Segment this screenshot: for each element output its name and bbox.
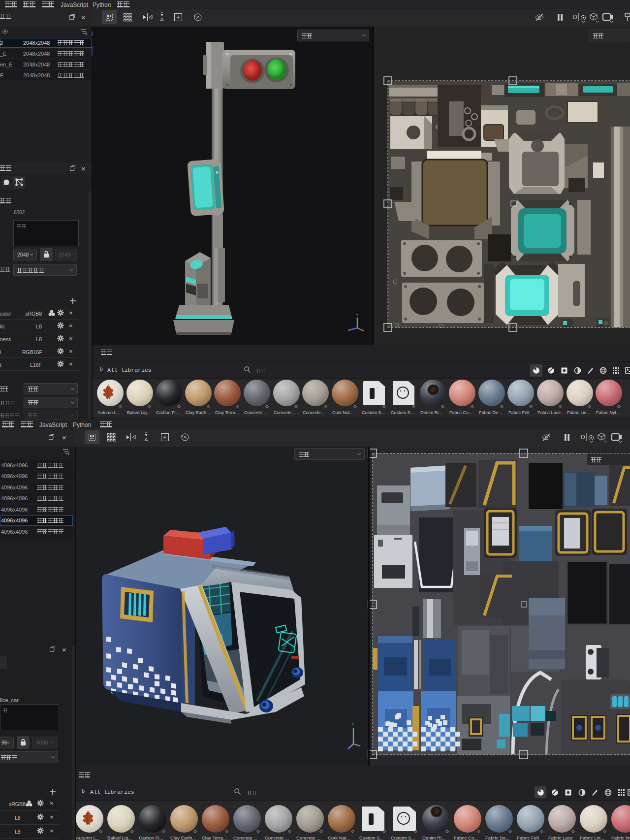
svg-text:Y: Y	[351, 722, 354, 726]
svg-text:Y: Y	[356, 313, 359, 317]
